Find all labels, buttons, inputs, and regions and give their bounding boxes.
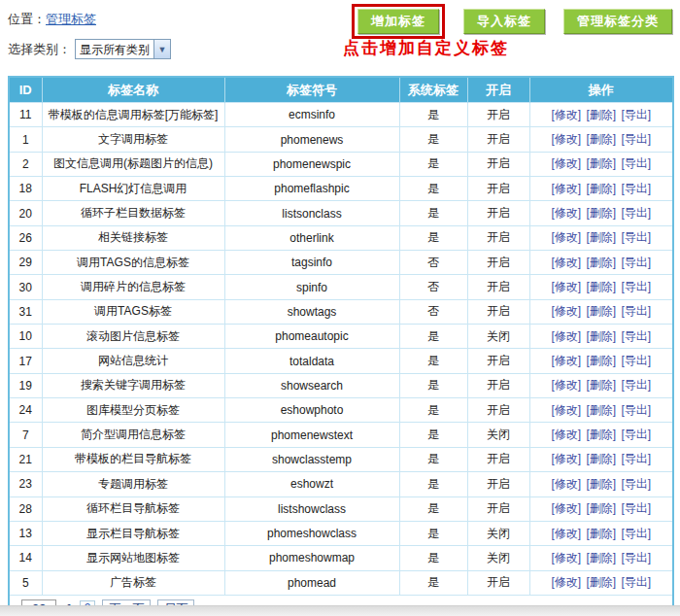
- modify-link[interactable]: [修改]: [551, 452, 581, 465]
- tag-status-cell: 开启: [467, 251, 529, 275]
- delete-link[interactable]: [删除]: [586, 428, 616, 441]
- export-link[interactable]: [导出]: [621, 206, 651, 220]
- table-row: 1 文字调用标签 phomenews 是 开启 [修改] [删除] [导出]: [9, 127, 673, 152]
- delete-link[interactable]: [删除]: [586, 403, 616, 417]
- breadcrumb-link-manage-tags[interactable]: 管理标签: [46, 12, 96, 26]
- delete-link[interactable]: [删除]: [586, 108, 616, 121]
- delete-link[interactable]: [删除]: [586, 304, 616, 318]
- delete-link[interactable]: [删除]: [586, 501, 616, 515]
- table-row: 5 广告标签 phomead 是 开启 [修改] [删除] [导出]: [9, 570, 673, 595]
- tag-status-cell: 开启: [467, 152, 529, 176]
- import-tag-button[interactable]: 导入标签: [463, 9, 545, 34]
- export-link[interactable]: [导出]: [621, 156, 651, 170]
- export-link[interactable]: [导出]: [621, 428, 651, 441]
- modify-link[interactable]: [修改]: [551, 551, 581, 565]
- delete-link[interactable]: [删除]: [586, 378, 616, 392]
- tag-operations-cell: [修改] [删除] [导出]: [529, 373, 673, 397]
- tag-operations-cell: [修改] [删除] [导出]: [529, 423, 673, 447]
- chevron-down-icon[interactable]: ▼: [153, 40, 170, 58]
- modify-link[interactable]: [修改]: [551, 378, 581, 392]
- tag-system-cell: 是: [399, 325, 467, 349]
- delete-link[interactable]: [删除]: [586, 182, 616, 195]
- category-select[interactable]: 显示所有类别 ▼: [75, 39, 171, 59]
- delete-link[interactable]: [删除]: [586, 551, 616, 565]
- tag-name-cell: 专题调用标签: [42, 472, 224, 496]
- modify-link[interactable]: [修改]: [551, 206, 581, 220]
- modify-link[interactable]: [修改]: [551, 403, 581, 417]
- tag-symbol-cell: spinfo: [224, 275, 399, 299]
- export-link[interactable]: [导出]: [621, 256, 651, 269]
- export-link[interactable]: [导出]: [621, 501, 651, 515]
- delete-link[interactable]: [删除]: [586, 132, 616, 146]
- tags-table: ID 标签名称 标签符号 系统标签 开启 操作 11 带模板的信息调用标签[万能…: [8, 76, 674, 616]
- tag-symbol-cell: phomeshowmap: [224, 546, 399, 570]
- tag-operations-cell: [修改] [删除] [导出]: [529, 275, 673, 299]
- delete-link[interactable]: [删除]: [586, 206, 616, 220]
- header-system-tag: 系统标签: [399, 77, 467, 103]
- tag-system-cell: 是: [399, 152, 467, 176]
- export-link[interactable]: [导出]: [621, 230, 651, 244]
- tag-system-cell: 是: [399, 521, 467, 545]
- modify-link[interactable]: [修改]: [551, 108, 581, 121]
- tag-status-cell: 关闭: [467, 423, 529, 447]
- tag-id-cell: 30: [9, 275, 42, 299]
- tag-id-cell: 20: [9, 201, 42, 225]
- tag-status-cell: 关闭: [467, 521, 529, 545]
- tag-operations-cell: [修改] [删除] [导出]: [529, 251, 673, 275]
- export-link[interactable]: [导出]: [621, 354, 651, 367]
- manage-tag-categories-button[interactable]: 管理标签分类: [563, 9, 672, 34]
- table-row: 19 搜索关键字调用标签 showsearch 是 开启 [修改] [删除] […: [9, 373, 673, 397]
- tag-status-cell: 关闭: [467, 546, 529, 570]
- tag-symbol-cell: totaldata: [224, 349, 399, 373]
- export-link[interactable]: [导出]: [621, 378, 651, 392]
- modify-link[interactable]: [修改]: [551, 280, 581, 293]
- delete-link[interactable]: [删除]: [586, 575, 616, 589]
- delete-link[interactable]: [删除]: [586, 527, 616, 540]
- delete-link[interactable]: [删除]: [586, 156, 616, 170]
- tag-system-cell: 是: [399, 423, 467, 447]
- delete-link[interactable]: [删除]: [586, 280, 616, 293]
- delete-link[interactable]: [删除]: [586, 256, 616, 269]
- tag-operations-cell: [修改] [删除] [导出]: [529, 127, 673, 152]
- export-link[interactable]: [导出]: [621, 452, 651, 465]
- export-link[interactable]: [导出]: [621, 551, 651, 565]
- table-row: 2 图文信息调用(标题图片的信息) phomenewspic 是 开启 [修改]…: [9, 152, 673, 176]
- tag-operations-cell: [修改] [删除] [导出]: [529, 201, 673, 225]
- modify-link[interactable]: [修改]: [551, 527, 581, 540]
- tag-operations-cell: [修改] [删除] [导出]: [529, 447, 673, 471]
- export-link[interactable]: [导出]: [621, 182, 651, 195]
- export-link[interactable]: [导出]: [621, 304, 651, 318]
- modify-link[interactable]: [修改]: [551, 477, 581, 491]
- header-tag-name: 标签名称: [42, 77, 224, 103]
- modify-link[interactable]: [修改]: [551, 428, 581, 441]
- modify-link[interactable]: [修改]: [551, 156, 581, 170]
- tag-operations-cell: [修改] [删除] [导出]: [529, 152, 673, 176]
- tag-status-cell: 开启: [467, 447, 529, 471]
- add-tag-button[interactable]: 增加标签: [357, 9, 439, 34]
- modify-link[interactable]: [修改]: [551, 182, 581, 195]
- modify-link[interactable]: [修改]: [551, 575, 581, 589]
- modify-link[interactable]: [修改]: [551, 132, 581, 146]
- tag-symbol-cell: tagsinfo: [224, 251, 399, 275]
- delete-link[interactable]: [删除]: [586, 354, 616, 367]
- delete-link[interactable]: [删除]: [586, 230, 616, 244]
- modify-link[interactable]: [修改]: [551, 329, 581, 343]
- modify-link[interactable]: [修改]: [551, 304, 581, 318]
- export-link[interactable]: [导出]: [621, 280, 651, 293]
- export-link[interactable]: [导出]: [621, 477, 651, 491]
- export-link[interactable]: [导出]: [621, 108, 651, 121]
- export-link[interactable]: [导出]: [621, 403, 651, 417]
- modify-link[interactable]: [修改]: [551, 354, 581, 367]
- delete-link[interactable]: [删除]: [586, 329, 616, 343]
- modify-link[interactable]: [修改]: [551, 230, 581, 244]
- export-link[interactable]: [导出]: [621, 329, 651, 343]
- tag-operations-cell: [修改] [删除] [导出]: [529, 225, 673, 250]
- delete-link[interactable]: [删除]: [586, 477, 616, 491]
- tag-status-cell: 关闭: [467, 325, 529, 349]
- modify-link[interactable]: [修改]: [551, 256, 581, 269]
- export-link[interactable]: [导出]: [621, 132, 651, 146]
- export-link[interactable]: [导出]: [621, 527, 651, 540]
- delete-link[interactable]: [删除]: [586, 452, 616, 465]
- export-link[interactable]: [导出]: [621, 575, 651, 589]
- modify-link[interactable]: [修改]: [551, 501, 581, 515]
